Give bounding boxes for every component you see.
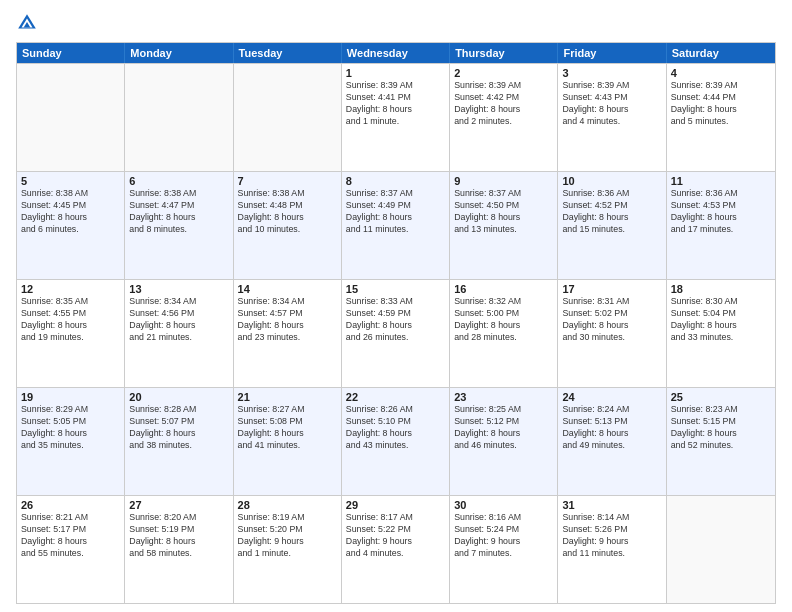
cal-day-8: 8Sunrise: 8:37 AM Sunset: 4:49 PM Daylig…	[342, 172, 450, 279]
cell-date-14: 14	[238, 283, 337, 295]
cell-date-28: 28	[238, 499, 337, 511]
cell-info-17: Sunrise: 8:31 AM Sunset: 5:02 PM Dayligh…	[562, 296, 661, 344]
cal-day-24: 24Sunrise: 8:24 AM Sunset: 5:13 PM Dayli…	[558, 388, 666, 495]
cal-day-28: 28Sunrise: 8:19 AM Sunset: 5:20 PM Dayli…	[234, 496, 342, 603]
header-day-sunday: Sunday	[17, 43, 125, 63]
calendar: SundayMondayTuesdayWednesdayThursdayFrid…	[16, 42, 776, 604]
cell-date-15: 15	[346, 283, 445, 295]
cell-info-4: Sunrise: 8:39 AM Sunset: 4:44 PM Dayligh…	[671, 80, 771, 128]
logo	[16, 12, 40, 34]
cell-date-1: 1	[346, 67, 445, 79]
cal-day-6: 6Sunrise: 8:38 AM Sunset: 4:47 PM Daylig…	[125, 172, 233, 279]
header-day-wednesday: Wednesday	[342, 43, 450, 63]
cal-day-30: 30Sunrise: 8:16 AM Sunset: 5:24 PM Dayli…	[450, 496, 558, 603]
cell-date-7: 7	[238, 175, 337, 187]
cal-day-11: 11Sunrise: 8:36 AM Sunset: 4:53 PM Dayli…	[667, 172, 775, 279]
cell-info-26: Sunrise: 8:21 AM Sunset: 5:17 PM Dayligh…	[21, 512, 120, 560]
cell-date-2: 2	[454, 67, 553, 79]
cal-day-22: 22Sunrise: 8:26 AM Sunset: 5:10 PM Dayli…	[342, 388, 450, 495]
header-day-saturday: Saturday	[667, 43, 775, 63]
cell-info-12: Sunrise: 8:35 AM Sunset: 4:55 PM Dayligh…	[21, 296, 120, 344]
cell-info-21: Sunrise: 8:27 AM Sunset: 5:08 PM Dayligh…	[238, 404, 337, 452]
calendar-row-5: 26Sunrise: 8:21 AM Sunset: 5:17 PM Dayli…	[17, 495, 775, 603]
cal-day-19: 19Sunrise: 8:29 AM Sunset: 5:05 PM Dayli…	[17, 388, 125, 495]
cell-date-13: 13	[129, 283, 228, 295]
cell-info-20: Sunrise: 8:28 AM Sunset: 5:07 PM Dayligh…	[129, 404, 228, 452]
cal-empty	[17, 64, 125, 171]
cell-info-8: Sunrise: 8:37 AM Sunset: 4:49 PM Dayligh…	[346, 188, 445, 236]
cell-date-4: 4	[671, 67, 771, 79]
header	[16, 12, 776, 34]
cell-date-24: 24	[562, 391, 661, 403]
cell-date-5: 5	[21, 175, 120, 187]
cal-day-27: 27Sunrise: 8:20 AM Sunset: 5:19 PM Dayli…	[125, 496, 233, 603]
cell-info-2: Sunrise: 8:39 AM Sunset: 4:42 PM Dayligh…	[454, 80, 553, 128]
calendar-row-4: 19Sunrise: 8:29 AM Sunset: 5:05 PM Dayli…	[17, 387, 775, 495]
cal-day-18: 18Sunrise: 8:30 AM Sunset: 5:04 PM Dayli…	[667, 280, 775, 387]
cell-info-22: Sunrise: 8:26 AM Sunset: 5:10 PM Dayligh…	[346, 404, 445, 452]
cal-day-13: 13Sunrise: 8:34 AM Sunset: 4:56 PM Dayli…	[125, 280, 233, 387]
logo-icon	[16, 12, 38, 34]
cal-empty	[667, 496, 775, 603]
cell-date-26: 26	[21, 499, 120, 511]
cell-date-30: 30	[454, 499, 553, 511]
cal-empty	[234, 64, 342, 171]
calendar-header: SundayMondayTuesdayWednesdayThursdayFrid…	[17, 43, 775, 63]
cell-date-27: 27	[129, 499, 228, 511]
cell-date-22: 22	[346, 391, 445, 403]
cal-day-2: 2Sunrise: 8:39 AM Sunset: 4:42 PM Daylig…	[450, 64, 558, 171]
cell-info-29: Sunrise: 8:17 AM Sunset: 5:22 PM Dayligh…	[346, 512, 445, 560]
cell-info-28: Sunrise: 8:19 AM Sunset: 5:20 PM Dayligh…	[238, 512, 337, 560]
cell-date-18: 18	[671, 283, 771, 295]
cell-info-16: Sunrise: 8:32 AM Sunset: 5:00 PM Dayligh…	[454, 296, 553, 344]
cal-day-16: 16Sunrise: 8:32 AM Sunset: 5:00 PM Dayli…	[450, 280, 558, 387]
cell-info-7: Sunrise: 8:38 AM Sunset: 4:48 PM Dayligh…	[238, 188, 337, 236]
cell-date-3: 3	[562, 67, 661, 79]
cell-info-30: Sunrise: 8:16 AM Sunset: 5:24 PM Dayligh…	[454, 512, 553, 560]
cell-info-13: Sunrise: 8:34 AM Sunset: 4:56 PM Dayligh…	[129, 296, 228, 344]
cal-day-9: 9Sunrise: 8:37 AM Sunset: 4:50 PM Daylig…	[450, 172, 558, 279]
cell-date-19: 19	[21, 391, 120, 403]
cal-day-23: 23Sunrise: 8:25 AM Sunset: 5:12 PM Dayli…	[450, 388, 558, 495]
cell-info-25: Sunrise: 8:23 AM Sunset: 5:15 PM Dayligh…	[671, 404, 771, 452]
cell-date-29: 29	[346, 499, 445, 511]
cell-date-25: 25	[671, 391, 771, 403]
header-day-tuesday: Tuesday	[234, 43, 342, 63]
cell-date-9: 9	[454, 175, 553, 187]
cell-info-27: Sunrise: 8:20 AM Sunset: 5:19 PM Dayligh…	[129, 512, 228, 560]
calendar-row-2: 5Sunrise: 8:38 AM Sunset: 4:45 PM Daylig…	[17, 171, 775, 279]
cell-info-1: Sunrise: 8:39 AM Sunset: 4:41 PM Dayligh…	[346, 80, 445, 128]
cell-date-17: 17	[562, 283, 661, 295]
cal-day-4: 4Sunrise: 8:39 AM Sunset: 4:44 PM Daylig…	[667, 64, 775, 171]
cell-info-11: Sunrise: 8:36 AM Sunset: 4:53 PM Dayligh…	[671, 188, 771, 236]
cell-date-20: 20	[129, 391, 228, 403]
cal-day-15: 15Sunrise: 8:33 AM Sunset: 4:59 PM Dayli…	[342, 280, 450, 387]
cell-info-18: Sunrise: 8:30 AM Sunset: 5:04 PM Dayligh…	[671, 296, 771, 344]
cell-date-6: 6	[129, 175, 228, 187]
page: SundayMondayTuesdayWednesdayThursdayFrid…	[0, 0, 792, 612]
cell-info-14: Sunrise: 8:34 AM Sunset: 4:57 PM Dayligh…	[238, 296, 337, 344]
cell-info-5: Sunrise: 8:38 AM Sunset: 4:45 PM Dayligh…	[21, 188, 120, 236]
calendar-row-1: 1Sunrise: 8:39 AM Sunset: 4:41 PM Daylig…	[17, 63, 775, 171]
cal-day-7: 7Sunrise: 8:38 AM Sunset: 4:48 PM Daylig…	[234, 172, 342, 279]
cell-info-19: Sunrise: 8:29 AM Sunset: 5:05 PM Dayligh…	[21, 404, 120, 452]
cal-day-1: 1Sunrise: 8:39 AM Sunset: 4:41 PM Daylig…	[342, 64, 450, 171]
cal-day-14: 14Sunrise: 8:34 AM Sunset: 4:57 PM Dayli…	[234, 280, 342, 387]
cell-date-12: 12	[21, 283, 120, 295]
cell-info-6: Sunrise: 8:38 AM Sunset: 4:47 PM Dayligh…	[129, 188, 228, 236]
cal-day-12: 12Sunrise: 8:35 AM Sunset: 4:55 PM Dayli…	[17, 280, 125, 387]
cell-info-3: Sunrise: 8:39 AM Sunset: 4:43 PM Dayligh…	[562, 80, 661, 128]
cal-day-26: 26Sunrise: 8:21 AM Sunset: 5:17 PM Dayli…	[17, 496, 125, 603]
cell-info-10: Sunrise: 8:36 AM Sunset: 4:52 PM Dayligh…	[562, 188, 661, 236]
cell-info-23: Sunrise: 8:25 AM Sunset: 5:12 PM Dayligh…	[454, 404, 553, 452]
cal-day-17: 17Sunrise: 8:31 AM Sunset: 5:02 PM Dayli…	[558, 280, 666, 387]
cal-empty	[125, 64, 233, 171]
cal-day-21: 21Sunrise: 8:27 AM Sunset: 5:08 PM Dayli…	[234, 388, 342, 495]
cell-date-16: 16	[454, 283, 553, 295]
cell-info-31: Sunrise: 8:14 AM Sunset: 5:26 PM Dayligh…	[562, 512, 661, 560]
cal-day-5: 5Sunrise: 8:38 AM Sunset: 4:45 PM Daylig…	[17, 172, 125, 279]
calendar-row-3: 12Sunrise: 8:35 AM Sunset: 4:55 PM Dayli…	[17, 279, 775, 387]
header-day-monday: Monday	[125, 43, 233, 63]
cell-date-31: 31	[562, 499, 661, 511]
cal-day-3: 3Sunrise: 8:39 AM Sunset: 4:43 PM Daylig…	[558, 64, 666, 171]
